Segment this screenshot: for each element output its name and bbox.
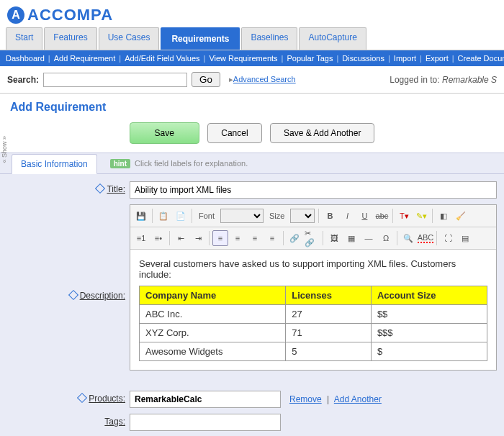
hr-icon[interactable]: — (361, 230, 377, 246)
sub-nav: Dashboard|Add Requirement|Add/Edit Field… (0, 50, 504, 66)
bold-icon[interactable]: B (322, 208, 338, 224)
table-cell: $ (371, 342, 487, 361)
align-left-icon[interactable]: ≡ (212, 230, 228, 246)
subnav-add-requirement[interactable]: Add Requirement (54, 54, 116, 63)
label-description[interactable]: Description: (80, 291, 125, 301)
label-title[interactable]: Title: (107, 184, 125, 194)
table-cell: 27 (286, 305, 372, 324)
section-tab-basic-info[interactable]: Basic Information (12, 154, 97, 174)
hint-badge: hint (110, 159, 130, 168)
underline-icon[interactable]: U (356, 208, 372, 224)
subnav-discussions[interactable]: Discussions (342, 54, 384, 63)
clear-format-icon[interactable]: 🧹 (453, 208, 469, 224)
tab-use-cases[interactable]: Use Cases (99, 27, 160, 50)
add-another-product-link[interactable]: Add Another (334, 394, 382, 404)
tab-requirements[interactable]: Requirements (161, 27, 240, 50)
search-go-button[interactable]: Go (192, 72, 220, 87)
show-hide-toggle[interactable]: « Show » (0, 133, 9, 166)
align-justify-icon[interactable]: ≡ (264, 230, 280, 246)
products-input[interactable] (130, 391, 281, 408)
image-icon[interactable]: 🖼 (326, 230, 342, 246)
table-row: ABC Inc.27$$ (140, 305, 487, 324)
align-center-icon[interactable]: ≡ (230, 230, 246, 246)
table-cell: Awesome Widgets (140, 342, 286, 361)
size-label: Size (266, 208, 288, 224)
table-icon[interactable]: ▦ (343, 230, 359, 246)
subnav-view-requirements[interactable]: View Requirements (209, 54, 277, 63)
subnav-popular-tags[interactable]: Popular Tags (287, 54, 333, 63)
page-title: Add Requirement (0, 94, 504, 118)
table-row: Awesome Widgets5$ (140, 342, 487, 361)
row-products: Products: Remove | Add Another (7, 391, 497, 408)
align-right-icon[interactable]: ≡ (247, 230, 263, 246)
hint-text: Click field labels for explanation. (135, 159, 248, 168)
table-header: Company Name (140, 286, 286, 305)
logo-text: ACCOMPA (27, 6, 113, 24)
font-select[interactable] (220, 209, 264, 223)
tab-start[interactable]: Start (6, 27, 42, 50)
subnav-add-edit-field-values[interactable]: Add/Edit Field Values (125, 54, 199, 63)
strike-icon[interactable]: abc (374, 208, 390, 224)
form-area: Title: Description: 💾 📋 📄 Font Size B (0, 174, 504, 436)
table-cell: ABC Inc. (140, 305, 286, 324)
outdent-icon[interactable]: ⇤ (173, 230, 189, 246)
spellcheck-icon[interactable]: ABC (418, 230, 433, 246)
tab-autocapture[interactable]: AutoCapture (299, 27, 366, 50)
paste-icon[interactable]: 📋 (156, 208, 171, 224)
section-header: Basic Information hint Click field label… (0, 153, 504, 174)
link-icon[interactable]: 🔗 (287, 230, 302, 246)
save-add-another-button[interactable]: Save & Add Another (270, 123, 374, 143)
main-tabs: StartFeaturesUse CasesRequirementsBaseli… (0, 27, 504, 50)
subnav-import[interactable]: Import (394, 54, 416, 63)
logo-mark: A (7, 6, 24, 24)
pin-icon[interactable] (95, 183, 105, 194)
ul-icon[interactable]: ≡• (150, 230, 166, 246)
save-button[interactable]: Save (130, 122, 199, 144)
text-color-icon[interactable]: T▾ (396, 208, 412, 224)
advanced-search-link[interactable]: Advanced Search (229, 75, 296, 84)
pin-icon[interactable] (77, 393, 87, 403)
special-char-icon[interactable]: Ω (378, 230, 394, 246)
fullscreen-icon[interactable]: ⛶ (440, 230, 456, 246)
label-tags[interactable]: Tags: (104, 417, 125, 427)
remove-product-link[interactable]: Remove (289, 394, 322, 404)
eraser-icon[interactable]: ◧ (436, 208, 451, 224)
unlink-icon[interactable]: ✂🔗 (304, 230, 320, 246)
table-cell: XYZ Corp. (140, 324, 286, 342)
editor-intro-text: Several customers have asked us to suppo… (139, 258, 487, 280)
brand-logo: A ACCOMPA (0, 0, 504, 27)
search-input[interactable] (43, 73, 187, 87)
cancel-button[interactable]: Cancel (207, 123, 261, 143)
editor-toolbar-row1: 💾 📋 📄 Font Size B I U abc T▾ ✎▾ (130, 205, 496, 227)
rich-text-editor: 💾 📋 📄 Font Size B I U abc T▾ ✎▾ (130, 204, 497, 371)
editor-content[interactable]: Several customers have asked us to suppo… (130, 250, 496, 370)
paste-word-icon[interactable]: 📄 (173, 208, 189, 224)
subnav-export[interactable]: Export (426, 54, 449, 63)
tab-features[interactable]: Features (44, 27, 96, 50)
tags-input[interactable] (130, 414, 281, 431)
indent-icon[interactable]: ⇥ (190, 230, 206, 246)
ol-icon[interactable]: ≡1 (133, 230, 149, 246)
subnav-create-docum[interactable]: Create Docum (458, 54, 504, 63)
source-icon[interactable]: ▤ (457, 230, 473, 246)
tab-baselines[interactable]: Baselines (241, 27, 297, 50)
italic-icon[interactable]: I (339, 208, 355, 224)
row-tags: Tags: (7, 414, 497, 431)
label-products[interactable]: Products: (89, 394, 125, 404)
search-label: Search: (7, 75, 39, 85)
size-select[interactable] (290, 209, 315, 223)
row-title: Title: (7, 181, 497, 199)
find-icon[interactable]: 🔍 (400, 230, 416, 246)
table-cell: 71 (286, 324, 372, 342)
table-row: XYZ Corp.71$$$ (140, 324, 487, 342)
highlight-icon[interactable]: ✎▾ (413, 208, 429, 224)
logged-in-status: Logged in to: Remarkable S (390, 75, 497, 85)
subnav-dashboard[interactable]: Dashboard (6, 54, 45, 63)
pin-icon[interactable] (68, 290, 78, 300)
search-bar: Search: Go Advanced Search Logged in to:… (0, 66, 504, 94)
save-icon[interactable]: 💾 (133, 208, 149, 224)
title-input[interactable] (130, 181, 497, 199)
table-cell: 5 (286, 342, 372, 361)
table-cell: $$ (371, 305, 487, 324)
table-header: Licenses (286, 286, 372, 305)
